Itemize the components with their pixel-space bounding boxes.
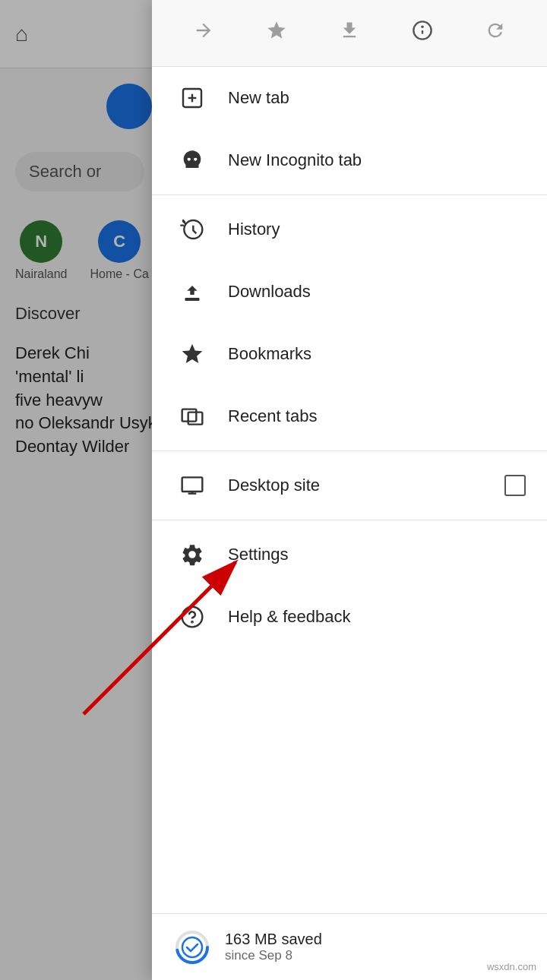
menu-item-recent-tabs[interactable]: Recent tabs [152,385,547,447]
svg-rect-10 [182,477,203,492]
divider-2 [152,450,547,451]
forward-button[interactable] [185,15,222,52]
divider-3 [152,520,547,520]
desktop-site-icon [173,466,211,504]
help-label: Help & feedback [228,607,526,627]
menu-item-desktop-site[interactable]: Desktop site [152,454,547,517]
svg-point-14 [191,621,192,622]
help-icon [173,598,211,636]
settings-label: Settings [228,545,526,564]
refresh-button[interactable] [477,15,514,52]
bookmarks-label: Bookmarks [228,344,526,364]
downloads-icon [173,273,211,311]
menu-item-help[interactable]: Help & feedback [152,586,547,648]
history-label: History [228,220,526,239]
incognito-icon [173,141,211,179]
info-icon [412,20,433,46]
svg-rect-9 [188,413,203,425]
menu-item-downloads[interactable]: Downloads [152,261,547,323]
downloads-label: Downloads [228,282,526,302]
forward-icon [193,20,214,46]
desktop-site-label: Desktop site [228,476,504,495]
menu-toolbar [152,0,547,67]
menu-item-bookmarks[interactable]: Bookmarks [152,323,547,385]
menu-items-list: New tab New Incognito tab [152,67,547,913]
bookmarks-icon [173,335,211,373]
savings-icon [173,928,211,966]
incognito-label: New Incognito tab [228,150,526,170]
svg-marker-7 [182,344,203,363]
refresh-icon [485,20,506,46]
menu-item-incognito[interactable]: New Incognito tab [152,129,547,191]
new-tab-label: New tab [228,88,526,108]
download-icon [339,20,360,46]
menu-item-settings[interactable]: Settings [152,523,547,586]
history-icon [173,210,211,248]
recent-tabs-icon [173,397,211,435]
svg-point-17 [182,937,202,957]
menu-item-new-tab[interactable]: New tab [152,67,547,129]
desktop-site-checkbox[interactable] [504,475,526,496]
bookmark-button[interactable] [258,15,295,52]
watermark: wsxdn.com [482,959,541,974]
divider-1 [152,194,547,195]
recent-tabs-label: Recent tabs [228,406,526,426]
new-tab-icon [173,79,211,117]
savings-amount: 163 MB saved [225,931,322,948]
savings-since: since Sep 8 [225,948,322,963]
svg-point-13 [182,607,203,628]
menu-item-history[interactable]: History [152,198,547,261]
download-button[interactable] [331,15,368,52]
star-icon [266,20,287,46]
settings-icon [173,536,211,574]
savings-text: 163 MB saved since Sep 8 [225,931,322,963]
info-button[interactable] [404,15,441,52]
dropdown-menu: New tab New Incognito tab [152,0,547,980]
svg-rect-8 [182,409,197,422]
